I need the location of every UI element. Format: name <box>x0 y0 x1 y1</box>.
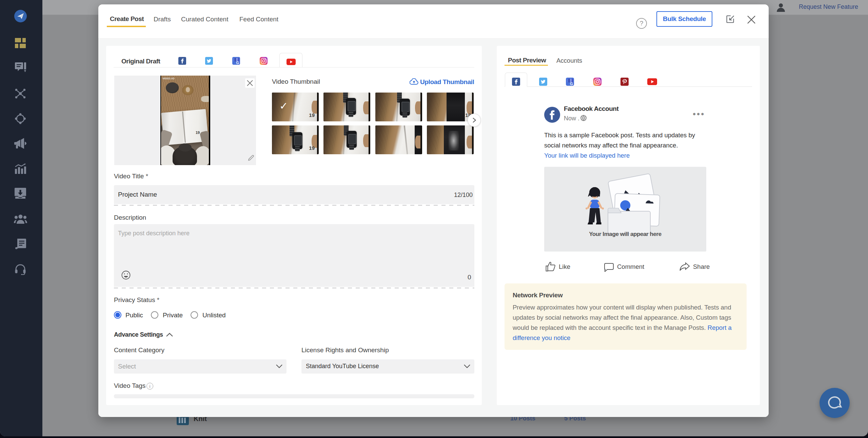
svg-text:G: G <box>570 82 573 86</box>
svg-text:G: G <box>236 61 239 65</box>
